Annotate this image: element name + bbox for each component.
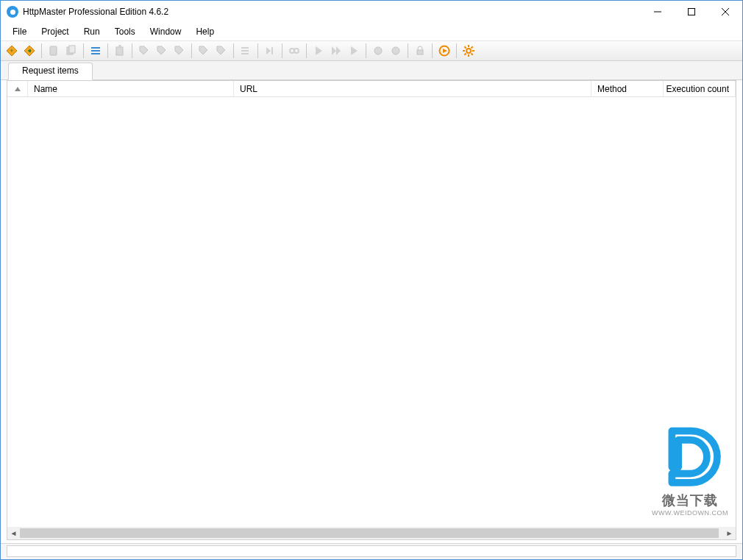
svg-rect-9 [69, 46, 75, 53]
record-b-icon[interactable] [388, 43, 404, 59]
toolbar-separator [83, 43, 84, 58]
tag-manage-icon[interactable] [213, 43, 230, 59]
column-execution-count[interactable]: Execution count [664, 81, 736, 96]
svg-rect-1 [689, 9, 695, 15]
menu-run[interactable]: Run [77, 24, 107, 39]
toolbar-separator [107, 43, 108, 58]
svg-rect-14 [241, 47, 249, 49]
svg-rect-18 [271, 47, 273, 54]
save-all-icon[interactable] [63, 43, 79, 59]
scroll-track[interactable] [20, 527, 723, 539]
svg-point-30 [466, 49, 471, 53]
toolbar-separator [306, 43, 307, 58]
chain-icon[interactable] [286, 43, 302, 59]
menu-help[interactable]: Help [188, 24, 221, 39]
toolbar-separator [282, 43, 282, 58]
step-icon[interactable] [262, 43, 278, 59]
svg-point-26 [392, 47, 399, 54]
svg-marker-29 [443, 49, 447, 53]
scroll-right-icon[interactable]: ► [723, 527, 736, 539]
svg-line-36 [472, 54, 473, 55]
toolbar-separator [432, 43, 433, 58]
window-title: HttpMaster Professional Edition 4.6.2 [23, 7, 168, 17]
watermark-logo: 微当下载 WWW.WEIDOWN.COM [652, 423, 728, 517]
app-icon [7, 6, 18, 18]
status-bar-panel [7, 545, 736, 557]
column-sort-indicator[interactable] [7, 81, 28, 96]
properties-icon[interactable] [88, 43, 104, 59]
svg-line-37 [472, 46, 473, 48]
watermark-url: WWW.WEIDOWN.COM [652, 509, 728, 517]
menu-file[interactable]: File [5, 24, 34, 39]
new-project-icon[interactable]: + [4, 43, 20, 59]
execute-icon[interactable] [436, 43, 452, 59]
column-name[interactable]: Name [28, 81, 234, 96]
open-project-icon[interactable] [21, 43, 38, 59]
horizontal-scrollbar[interactable]: ◄ ► [7, 527, 736, 539]
svg-rect-27 [417, 50, 423, 54]
svg-line-35 [464, 46, 466, 48]
svg-line-38 [464, 54, 466, 55]
toolbar-separator [257, 43, 258, 58]
svg-rect-13 [116, 47, 123, 55]
svg-marker-21 [316, 46, 322, 55]
svg-point-20 [294, 49, 299, 53]
svg-marker-23 [336, 46, 341, 55]
play-icon[interactable] [310, 43, 327, 59]
play-next-icon[interactable] [346, 43, 362, 59]
column-method[interactable]: Method [591, 81, 664, 96]
toolbar-separator [233, 43, 234, 58]
toolbar-separator [456, 43, 457, 58]
status-bar [1, 543, 742, 559]
toolbar-separator [366, 43, 366, 58]
menu-project[interactable]: Project [34, 24, 76, 39]
svg-marker-22 [332, 46, 336, 55]
tag-plus-icon[interactable] [136, 43, 152, 59]
svg-marker-24 [351, 46, 358, 55]
svg-rect-12 [91, 53, 100, 54]
list-order-icon[interactable] [238, 43, 254, 59]
minimize-button[interactable] [641, 1, 675, 23]
scroll-thumb[interactable] [20, 528, 719, 538]
tab-request-items[interactable]: Request items [8, 63, 93, 80]
save-icon[interactable] [46, 43, 62, 59]
tag-arrow-icon[interactable] [154, 43, 170, 59]
window-controls [641, 1, 742, 23]
tags-icon[interactable] [196, 43, 212, 59]
svg-text:+: + [10, 47, 13, 54]
menu-window[interactable]: Window [143, 24, 189, 39]
play-all-icon[interactable] [328, 43, 344, 59]
lock-icon[interactable] [412, 43, 428, 59]
send-icon[interactable] [112, 43, 128, 59]
maximize-button[interactable] [675, 1, 708, 23]
menu-tools[interactable]: Tools [107, 24, 143, 39]
svg-rect-7 [50, 46, 57, 55]
tag-remove-icon[interactable] [171, 43, 188, 59]
toolbar-separator [41, 43, 42, 58]
grid-body[interactable]: 微当下载 WWW.WEIDOWN.COM [7, 97, 736, 527]
svg-rect-16 [241, 53, 249, 54]
toolbar-separator [408, 43, 408, 58]
svg-rect-11 [91, 50, 100, 52]
svg-rect-10 [91, 47, 100, 49]
title-bar: HttpMaster Professional Edition 4.6.2 [1, 1, 742, 23]
column-headers: Name URL Method Execution count [7, 81, 736, 97]
settings-icon[interactable] [461, 43, 477, 59]
column-url[interactable]: URL [234, 81, 591, 96]
svg-marker-39 [15, 87, 21, 91]
toolbar: + [1, 40, 742, 61]
grid-area: Name URL Method Execution count 微当下载 WWW… [7, 80, 736, 540]
menu-bar: File Project Run Tools Window Help [1, 23, 742, 40]
svg-point-25 [374, 47, 382, 54]
toolbar-separator [132, 43, 132, 58]
d-logo-icon [658, 423, 722, 488]
svg-marker-17 [266, 47, 271, 54]
scroll-left-icon[interactable]: ◄ [7, 527, 20, 539]
close-button[interactable] [708, 1, 742, 23]
toolbar-separator [191, 43, 192, 58]
record-a-icon[interactable] [370, 43, 386, 59]
tab-strip: Request items [1, 61, 742, 80]
watermark-text: 微当下载 [652, 492, 728, 509]
svg-rect-15 [241, 50, 249, 52]
